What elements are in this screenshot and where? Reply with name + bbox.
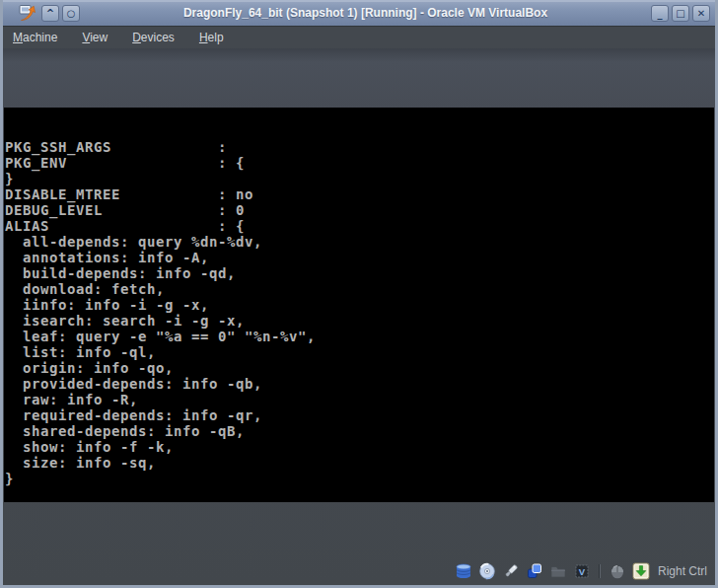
console-line: leaf: query -e "%a == 0" "%n-%v", bbox=[5, 329, 714, 344]
console-line: PKG_SSH_ARGS : bbox=[5, 139, 714, 155]
all-desktops-button[interactable]: ○ bbox=[62, 5, 80, 22]
console-line: ALIAS : { bbox=[5, 218, 714, 234]
hostkey-label: Right Ctrl bbox=[658, 564, 707, 578]
minimize-button[interactable]: _ bbox=[651, 5, 669, 22]
console-line: list: info -ql, bbox=[5, 344, 714, 360]
console-output: PKG_SSH_ARGS :PKG_ENV : {}DISABLE_MTREE … bbox=[5, 139, 714, 502]
close-button[interactable]: ✕ bbox=[692, 5, 710, 22]
titlebar: ^ ○ DragonFly_64_bit (Snapshot 1) [Runni… bbox=[3, 0, 715, 26]
console-line: } bbox=[5, 471, 714, 486]
network-adapters-icon[interactable] bbox=[526, 562, 543, 580]
console-line: all-depends: query %dn-%dv, bbox=[5, 234, 714, 250]
statusbar: V bbox=[3, 502, 715, 585]
hard-disks-icon[interactable] bbox=[455, 562, 472, 580]
virtualization-features-icon[interactable]: V bbox=[573, 562, 591, 580]
console-line: build-depends: info -qd, bbox=[5, 265, 714, 281]
window-title: DragonFly_64_bit (Snapshot 1) [Running] … bbox=[83, 6, 648, 20]
console-line: required-depends: info -qr, bbox=[5, 407, 714, 423]
console-line: origin: info -qo, bbox=[5, 360, 714, 376]
console-line: download: fetch, bbox=[5, 281, 714, 297]
console-line: PKG_ENV : { bbox=[5, 155, 714, 171]
maximize-button[interactable]: □ bbox=[672, 5, 689, 22]
console-line: shared-depends: info -qB, bbox=[5, 423, 714, 439]
virtualbox-window: ^ ○ DragonFly_64_bit (Snapshot 1) [Runni… bbox=[0, 0, 718, 588]
menu-machine[interactable]: Machine bbox=[13, 31, 57, 44]
host-key-state-icon[interactable] bbox=[632, 562, 650, 580]
vm-display-area: PKG_SSH_ARGS :PKG_ENV : {}DISABLE_MTREE … bbox=[3, 48, 715, 585]
console-line: provided-depends: info -qb, bbox=[5, 376, 714, 392]
console-line: isearch: search -i -g -x, bbox=[5, 313, 714, 329]
console-line: size: info -sq, bbox=[5, 455, 714, 471]
guest-console[interactable]: PKG_SSH_ARGS :PKG_ENV : {}DISABLE_MTREE … bbox=[4, 108, 714, 502]
optical-drives-icon[interactable] bbox=[478, 562, 496, 580]
mouse-integration-icon[interactable] bbox=[609, 562, 626, 580]
shared-folders-icon[interactable] bbox=[549, 562, 567, 580]
console-line: } bbox=[5, 171, 714, 186]
usb-devices-icon[interactable] bbox=[502, 562, 520, 580]
console-line: show: info -f -k, bbox=[5, 439, 714, 455]
console-line: DISABLE_MTREE : no bbox=[5, 186, 714, 202]
keep-above-button[interactable]: ^ bbox=[41, 5, 59, 22]
svg-text:V: V bbox=[579, 566, 586, 577]
console-line: annotations: info -A, bbox=[5, 250, 714, 265]
console-line bbox=[5, 486, 714, 502]
statusbar-separator bbox=[599, 564, 601, 578]
console-line: iinfo: info -i -g -x, bbox=[5, 297, 714, 313]
console-line: DEBUG_LEVEL : 0 bbox=[5, 202, 714, 218]
menu-help[interactable]: Help bbox=[199, 31, 224, 44]
menu-devices[interactable]: Devices bbox=[132, 31, 175, 44]
console-line: raw: info -R, bbox=[5, 392, 714, 407]
menu-view[interactable]: View bbox=[82, 31, 108, 44]
virtualbox-app-icon[interactable] bbox=[17, 3, 38, 23]
menubar: Machine View Devices Help bbox=[3, 26, 715, 48]
